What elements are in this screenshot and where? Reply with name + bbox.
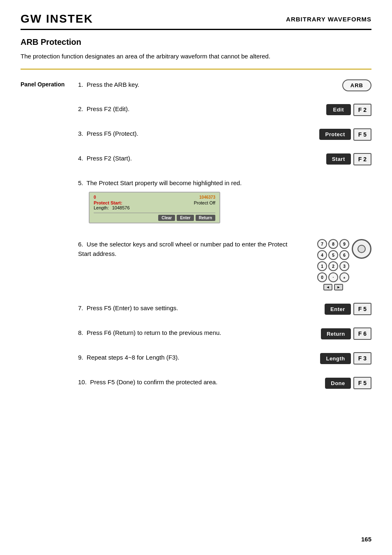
f3-key-length[interactable]: F 3	[353, 352, 371, 365]
screen-length-row: Length: 1048576	[94, 205, 130, 210]
numpad-key-4[interactable]: 4	[317, 250, 327, 260]
screen-length-label: Length:	[94, 205, 109, 210]
numpad-key-7[interactable]: 7	[317, 239, 327, 249]
numpad-key-3[interactable]: 3	[339, 261, 349, 271]
f2-key-start[interactable]: F 2	[353, 153, 371, 165]
f5-key-done[interactable]: F 5	[353, 377, 371, 389]
arrow-row: ◄ ►	[317, 284, 349, 290]
step-1-icon: ARB	[297, 79, 371, 91]
numpad-key-0[interactable]: 0	[317, 272, 327, 282]
step-10-text: 10. Press F5 (Done) to confirm the prote…	[78, 377, 297, 387]
numpad-scroll-row: 7 8 9 4 5 6 1 2 3 0 · ±	[317, 239, 371, 290]
f2-key-edit[interactable]: F 2	[353, 104, 371, 116]
screen-divider	[94, 213, 215, 213]
screen-protect-off: Protect Off	[194, 200, 215, 205]
screen-enter-button[interactable]: Enter	[177, 215, 194, 221]
content-area: Panel Operation 1. Press the ARB key. AR…	[21, 79, 371, 402]
step-2-icon: Edit F 2	[297, 104, 371, 116]
step-10-icon: Done F 5	[297, 377, 371, 389]
f6-key-return[interactable]: F 6	[353, 327, 371, 340]
numpad-key-sign[interactable]: ±	[339, 272, 349, 282]
header: GW INSTEK ARBITRARY WAVEFORMS	[21, 12, 371, 26]
step-3-row: 3. Press F5 (Protect). Protect F 5	[78, 128, 371, 141]
step-7-text: 7. Press F5 (Enter) to save settings.	[78, 303, 297, 313]
section-divider	[21, 69, 371, 70]
step-4-icon: Start F 2	[297, 153, 371, 165]
step-5-row: 5. The Protect Start property will becom…	[78, 178, 371, 232]
numpad-key-9[interactable]: 9	[339, 239, 349, 249]
length-fn-button[interactable]: Length	[320, 353, 350, 364]
panel-operation-label: Panel Operation	[21, 79, 78, 402]
left-arrow-button[interactable]: ◄	[323, 284, 332, 290]
step-3-icon: Protect F 5	[297, 128, 371, 141]
header-divider	[21, 29, 371, 30]
step-6-icon: 7 8 9 4 5 6 1 2 3 0 · ±	[297, 239, 371, 290]
step-5-text-row: 5. The Protect Start property will becom…	[78, 178, 371, 188]
numpad-key-dot[interactable]: ·	[328, 272, 338, 282]
f5-key-enter[interactable]: F 5	[353, 303, 371, 315]
step-8-icon: Return F 6	[297, 327, 371, 340]
step-2-text: 2. Press F2 (Edit).	[78, 104, 297, 114]
step-10-row: 10. Press F5 (Done) to confirm the prote…	[78, 377, 371, 389]
step-9-row: 9. Repeat steps 4~8 for Length (F3). Len…	[78, 352, 371, 365]
numpad-grid: 7 8 9 4 5 6 1 2 3 0 · ±	[317, 239, 349, 282]
screen-panel-wrapper: 0 1046373 Protect Start: Length: 1048576	[89, 192, 371, 223]
screen-panel: 0 1046373 Protect Start: Length: 1048576	[89, 192, 220, 223]
step-1-row: 1. Press the ARB key. ARB	[78, 79, 371, 91]
step-2-row: 2. Press F2 (Edit). Edit F 2	[78, 104, 371, 116]
numpad-key-1[interactable]: 1	[317, 261, 327, 271]
step-4-row: 4. Press F2 (Start). Start F 2	[78, 153, 371, 165]
scroll-inner	[357, 245, 366, 253]
step-3-text: 3. Press F5 (Protect).	[78, 128, 297, 139]
step-4-text: 4. Press F2 (Start).	[78, 153, 297, 163]
enter-fn-button[interactable]: Enter	[325, 304, 351, 315]
numpad-key-8[interactable]: 8	[328, 239, 338, 249]
step-8-text: 8. Press F6 (Return) to return to the pr…	[78, 327, 297, 338]
step-7-row: 7. Press F5 (Enter) to save settings. En…	[78, 303, 371, 315]
scroll-wheel[interactable]	[352, 239, 371, 259]
step-1-text: 1. Press the ARB key.	[78, 79, 297, 90]
right-arrow-button[interactable]: ►	[334, 284, 343, 290]
step-7-icon: Enter F 5	[297, 303, 371, 315]
arb-oval-button[interactable]: ARB	[342, 79, 371, 91]
screen-clear-button[interactable]: Clear	[158, 215, 175, 221]
screen-top-left-value: 0	[94, 195, 96, 200]
step-9-text: 9. Repeat steps 4~8 for Length (F3).	[78, 352, 297, 362]
screen-return-button[interactable]: Return	[196, 215, 215, 221]
numpad: 7 8 9 4 5 6 1 2 3 0 · ±	[317, 239, 349, 290]
section-title: ARB Protection	[21, 37, 371, 47]
return-fn-button[interactable]: Return	[321, 328, 351, 339]
header-title: ARBITRARY WAVEFORMS	[286, 16, 371, 23]
section-description: The protection function designates an ar…	[21, 52, 371, 61]
step-6-text: 6. Use the selector keys and scroll whee…	[78, 239, 297, 258]
logo: GW INSTEK	[21, 12, 93, 26]
screen-top-right-value: 1046373	[199, 195, 215, 200]
step-5-text: 5. The Protect Start property will becom…	[78, 178, 371, 188]
f5-key-protect[interactable]: F 5	[353, 128, 371, 141]
numpad-key-6[interactable]: 6	[339, 250, 349, 260]
start-fn-button[interactable]: Start	[326, 153, 351, 165]
step-8-row: 8. Press F6 (Return) to return to the pr…	[78, 327, 371, 340]
screen-button-row: Clear Enter Return	[94, 215, 215, 221]
step-6-row: 6. Use the selector keys and scroll whee…	[78, 239, 371, 290]
numpad-key-5[interactable]: 5	[328, 250, 338, 260]
edit-fn-button[interactable]: Edit	[326, 104, 351, 115]
step-9-icon: Length F 3	[297, 352, 371, 365]
page-number: 165	[361, 536, 371, 543]
screen-protect-start-label: Protect Start:	[94, 200, 130, 205]
screen-length-value: 1048576	[112, 205, 130, 210]
protect-fn-button[interactable]: Protect	[319, 129, 350, 140]
numpad-key-2[interactable]: 2	[328, 261, 338, 271]
done-fn-button[interactable]: Done	[325, 378, 351, 389]
screen-top-row: 0 1046373	[94, 195, 215, 200]
steps-column: 1. Press the ARB key. ARB 2. Press F2 (E…	[78, 79, 371, 402]
